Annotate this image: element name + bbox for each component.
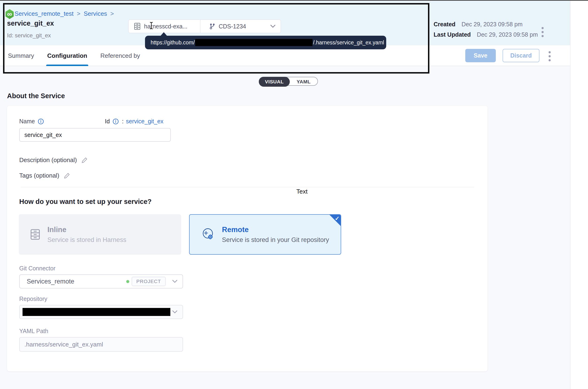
visual-yaml-toggle[interactable]: VISUAL YAML bbox=[259, 77, 318, 86]
discard-button[interactable]: Discard bbox=[503, 49, 539, 62]
right-gutter bbox=[570, 1, 588, 389]
yaml-path-label: YAML Path bbox=[19, 328, 48, 334]
toggle-visual[interactable]: VISUAL bbox=[259, 77, 290, 87]
git-connector-value: Services_remote bbox=[27, 278, 74, 285]
last-updated-label: Last Updated bbox=[434, 31, 471, 38]
tags-row: Tags (optional) bbox=[19, 172, 70, 179]
remote-option-title: Remote bbox=[222, 226, 329, 234]
breadcrumb-separator: > bbox=[77, 10, 80, 17]
selected-check-icon: ✓ bbox=[329, 214, 341, 227]
inline-option-subtitle: Service is stored in Harness bbox=[47, 236, 126, 244]
git-connector-label: Git Connector bbox=[19, 265, 55, 272]
git-url-tooltip: https://github.com/ /.harness/service_gi… bbox=[145, 36, 386, 49]
inline-option-card[interactable]: Inline Service is stored in Harness bbox=[19, 214, 181, 255]
chevron-down-icon[interactable] bbox=[172, 310, 177, 314]
edit-pencil-icon[interactable] bbox=[81, 157, 88, 163]
remote-option-card[interactable]: Remote Service is stored in your Git rep… bbox=[189, 214, 341, 255]
created-value: Dec 29, 2023 09:58 pm bbox=[462, 21, 523, 28]
scope-badge: PROJECT bbox=[132, 277, 166, 286]
branch-name-label: CDS-1234 bbox=[219, 23, 246, 30]
id-value-link[interactable]: service_git_ex bbox=[126, 118, 164, 125]
git-connector-select[interactable]: Services_remote PROJECT bbox=[19, 274, 183, 289]
section-divider bbox=[21, 187, 474, 187]
connector-status-dot bbox=[126, 280, 129, 283]
setup-question-heading: How do you want to set up your service? bbox=[19, 198, 152, 206]
meta-dates: Created Dec 29, 2023 09:58 pm Last Updat… bbox=[434, 21, 538, 42]
tooltip-url-suffix: /.harness/service_git_ex.yaml bbox=[313, 39, 384, 46]
about-service-heading: About the Service bbox=[7, 92, 65, 100]
breadcrumb: Services_remote_test > Services > bbox=[15, 10, 114, 17]
name-input[interactable] bbox=[19, 128, 171, 142]
description-label: Description (optional) bbox=[19, 157, 77, 164]
tab-configuration[interactable]: Configuration bbox=[46, 45, 88, 66]
header-more-options-icon[interactable] bbox=[542, 27, 544, 37]
text-label: Text bbox=[296, 188, 308, 195]
chevron-down-icon[interactable] bbox=[270, 25, 276, 28]
tab-referenced-by[interactable]: Referenced by bbox=[99, 45, 141, 66]
chevron-down-icon[interactable] bbox=[172, 280, 177, 283]
breadcrumb-project-link[interactable]: Services_remote_test bbox=[15, 10, 73, 17]
remote-storage-icon bbox=[201, 228, 214, 241]
inline-option-title: Inline bbox=[47, 226, 126, 234]
id-info-icon[interactable] bbox=[113, 118, 119, 125]
repository-icon bbox=[134, 23, 140, 30]
repo-selector[interactable]: harnesscd-exa... bbox=[129, 23, 200, 30]
id-separator: : bbox=[122, 118, 124, 125]
toggle-yaml[interactable]: YAML bbox=[290, 77, 317, 86]
yaml-path-input[interactable] bbox=[19, 337, 183, 352]
name-info-icon[interactable] bbox=[38, 118, 44, 125]
git-branch-icon bbox=[210, 23, 215, 29]
inline-storage-icon bbox=[30, 229, 40, 240]
description-row: Description (optional) bbox=[19, 157, 88, 164]
tags-label: Tags (optional) bbox=[19, 172, 59, 179]
save-button[interactable]: Save bbox=[465, 49, 496, 62]
created-label: Created bbox=[434, 21, 455, 28]
redacted-url-segment bbox=[195, 39, 312, 46]
service-hexagon-icon: ∞ bbox=[5, 9, 14, 19]
name-label: Name bbox=[19, 118, 35, 125]
tooltip-url-prefix: https://github.com/ bbox=[151, 39, 195, 46]
service-id-line: Id: service_git_ex bbox=[7, 32, 51, 39]
redacted-repository-name bbox=[23, 308, 170, 316]
page-more-options-icon[interactable] bbox=[549, 51, 551, 61]
text-cursor-pointer bbox=[149, 22, 153, 29]
id-label: Id bbox=[105, 118, 110, 125]
breadcrumb-separator: > bbox=[110, 10, 114, 17]
tab-summary[interactable]: Summary bbox=[7, 45, 35, 66]
edit-pencil-icon[interactable] bbox=[64, 172, 70, 179]
tabs: Summary Configuration Referenced by bbox=[7, 45, 152, 66]
breadcrumb-services-link[interactable]: Services bbox=[84, 10, 107, 17]
repository-select[interactable] bbox=[19, 305, 183, 319]
infinity-glyph: ∞ bbox=[7, 10, 12, 18]
last-updated-value: Dec 29, 2023 09:58 pm bbox=[477, 31, 538, 38]
id-group: Id : service_git_ex bbox=[105, 118, 164, 125]
remote-option-subtitle: Service is stored in your Git repository bbox=[222, 236, 329, 244]
page-title: service_git_ex bbox=[7, 20, 54, 27]
repository-label: Repository bbox=[19, 295, 47, 302]
branch-selector[interactable]: CDS-1234 bbox=[200, 20, 281, 33]
name-label-row: Name Id : service_git_ex bbox=[19, 118, 44, 125]
